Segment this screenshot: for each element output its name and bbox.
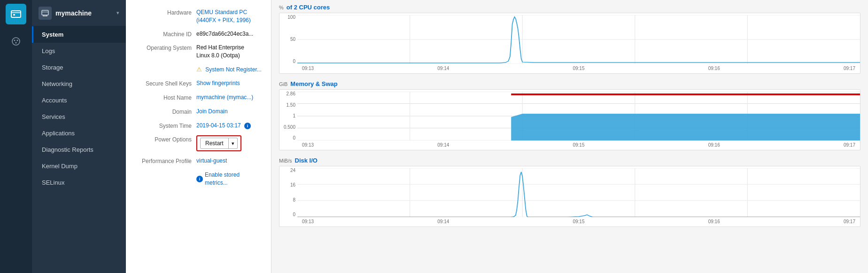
app-logo[interactable] — [6, 4, 26, 24]
system-time-value: 2019-04-15 03:17 i — [196, 122, 262, 130]
sidebar-item-kernel-dump[interactable]: Kernel Dump — [32, 158, 126, 174]
power-options-box: Restart ▾ — [196, 135, 241, 151]
power-options-value: Restart ▾ — [196, 135, 262, 151]
enable-metrics-value: i Enable storedmetrics... — [196, 171, 262, 187]
disk-chart-area — [297, 168, 860, 217]
sidebar-item-selinux[interactable]: SELinux — [32, 174, 126, 191]
cpu-y-0: 0 — [279, 59, 295, 64]
cpu-svg — [297, 15, 860, 64]
main-content: Hardware QEMU Standard PC(i440FX + PIIX,… — [126, 0, 868, 273]
machine-name: mymachine — [55, 9, 113, 17]
disk-unit: MiB/s — [279, 158, 292, 164]
charts-panel: % of 2 CPU cores 100 50 0 — [271, 0, 868, 273]
palette-nav-icon[interactable] — [6, 31, 26, 52]
svg-point-6 — [16, 42, 17, 44]
memory-chart-area — [297, 92, 860, 140]
domain-label: Domain — [135, 108, 196, 116]
disk-y-8: 8 — [279, 198, 295, 203]
memory-chart: 2.86 1.50 1 0.500 0 — [279, 89, 860, 150]
domain-value: Join Domain — [196, 108, 262, 116]
ssh-label: Secure Shell Keys — [135, 79, 196, 88]
memory-x-labels: 09:13 09:14 09:15 09:16 09:17 — [297, 140, 860, 149]
sidebar-item-storage[interactable]: Storage — [32, 59, 126, 76]
disk-x-0916: 09:16 — [708, 219, 720, 224]
sidebar-item-networking[interactable]: Networking — [32, 76, 126, 92]
cpu-x-0913: 09:13 — [302, 66, 314, 71]
power-dropdown-button[interactable]: ▾ — [229, 138, 238, 149]
mem-y-0500: 0.500 — [279, 125, 295, 130]
memory-title: Memory & Swap — [290, 80, 337, 87]
machine-header[interactable]: mymachine ▾ — [32, 0, 126, 26]
cpu-chart: 100 50 0 — [279, 13, 860, 74]
hostname-row: Host Name mymachine (mymac...) — [135, 94, 262, 102]
enable-info-icon: i — [196, 176, 203, 182]
sidebar-item-services[interactable]: Services — [32, 109, 126, 125]
disk-y-16: 16 — [279, 183, 295, 187]
cpu-y-50: 50 — [279, 37, 295, 42]
disk-chart: 24 16 8 0 — [279, 166, 860, 227]
sidebar-item-system[interactable]: System — [32, 26, 126, 43]
hardware-value: QEMU Standard PC(i440FX + PIIX, 1996) — [196, 8, 262, 24]
disk-chart-section: MiB/s Disk I/O 24 16 8 0 — [279, 157, 860, 227]
disk-svg — [297, 168, 860, 217]
svg-rect-0 — [11, 11, 21, 17]
mem-y-0: 0 — [279, 136, 295, 140]
ssh-value: Show fingerprints — [196, 79, 262, 88]
sidebar-item-logs[interactable]: Logs — [32, 43, 126, 59]
time-info-icon: i — [244, 123, 251, 129]
cpu-x-0916: 09:16 — [708, 66, 720, 71]
disk-y-0: 0 — [279, 212, 295, 217]
machine-icon — [39, 7, 52, 20]
system-time-label: System Time — [135, 122, 196, 130]
mem-x-0913: 09:13 — [302, 142, 314, 148]
sidebar-item-accounts[interactable]: Accounts — [32, 92, 126, 109]
cpu-chart-section: % of 2 CPU cores 100 50 0 — [279, 4, 860, 74]
mem-x-0916: 09:16 — [708, 142, 720, 148]
perf-profile-value: virtual-guest — [196, 157, 262, 165]
restart-button[interactable]: Restart — [200, 138, 229, 149]
mem-y-286: 2.86 — [279, 92, 295, 96]
disk-x-0914: 09:14 — [437, 219, 449, 224]
warn-label — [135, 65, 196, 74]
disk-x-0913: 09:13 — [302, 219, 314, 224]
disk-y-24: 24 — [279, 168, 295, 173]
mem-x-0917: 09:17 — [844, 142, 855, 148]
perf-profile-link[interactable]: virtual-guest — [196, 157, 227, 164]
cpu-unit: % — [279, 5, 284, 10]
svg-rect-2 — [13, 14, 15, 16]
hostname-label: Host Name — [135, 94, 196, 102]
warn-value: ⚠ System Not Register... — [196, 65, 262, 74]
sidebar-item-diagnostic-reports[interactable]: Diagnostic Reports — [32, 141, 126, 158]
os-label: Operating System — [135, 44, 196, 60]
svg-point-3 — [12, 38, 20, 45]
hostname-value: mymachine (mymac...) — [196, 94, 262, 102]
memory-title-row: GiB Memory & Swap — [279, 80, 860, 87]
svg-marker-28 — [297, 114, 860, 140]
fingerprints-link[interactable]: Show fingerprints — [196, 80, 240, 86]
svg-point-5 — [17, 40, 18, 41]
nav-items: SystemLogsStorageNetworkingAccountsServi… — [32, 26, 126, 191]
enable-metrics-row: i Enable storedmetrics... — [135, 171, 262, 187]
mem-y-150: 1.50 — [279, 103, 295, 108]
system-time-link[interactable]: 2019-04-15 03:17 — [196, 122, 241, 129]
mem-x-0914: 09:14 — [437, 142, 449, 148]
cpu-x-0917: 09:17 — [844, 66, 855, 71]
icon-bar — [0, 0, 32, 273]
enable-metrics-label — [135, 171, 196, 187]
disk-title-row: MiB/s Disk I/O — [279, 157, 860, 164]
power-options-label: Power Options — [135, 135, 196, 151]
join-domain-link[interactable]: Join Domain — [196, 108, 228, 115]
machine-id-label: Machine ID — [135, 30, 196, 39]
sidebar-item-applications[interactable]: Applications — [32, 125, 126, 141]
hostname-link[interactable]: mymachine (mymac...) — [196, 94, 253, 101]
hardware-link[interactable]: QEMU Standard PC(i440FX + PIIX, 1996) — [196, 9, 251, 23]
hardware-label: Hardware — [135, 8, 196, 24]
domain-row: Domain Join Domain — [135, 108, 262, 116]
mem-x-0915: 09:15 — [573, 142, 584, 148]
disk-x-0915: 09:15 — [573, 219, 584, 224]
enable-stored-link[interactable]: i Enable storedmetrics... — [196, 171, 262, 187]
memory-unit: GiB — [279, 81, 287, 87]
register-link[interactable]: System Not Register... — [205, 66, 261, 73]
warn-row: ⚠ System Not Register... — [135, 65, 262, 74]
machine-id-row: Machine ID e89c7da66c204ec3a... — [135, 30, 262, 39]
